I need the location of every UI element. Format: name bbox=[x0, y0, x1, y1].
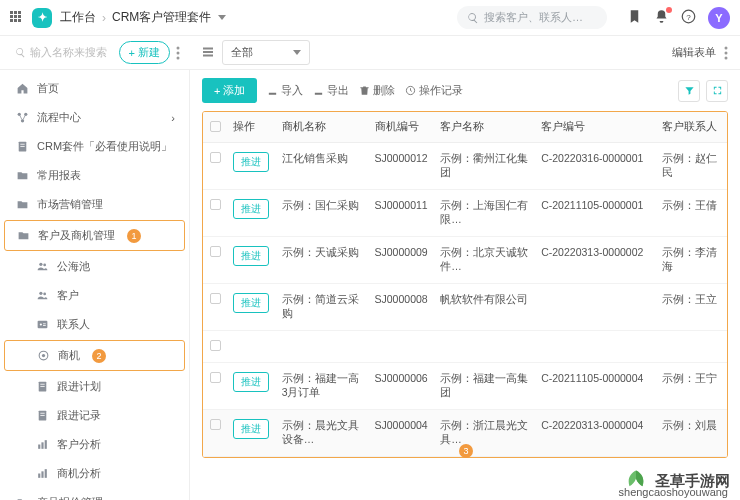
chevron-right-icon: › bbox=[171, 112, 175, 124]
svg-rect-36 bbox=[38, 474, 40, 478]
add-button[interactable]: +添加 bbox=[202, 78, 257, 103]
row-checkbox[interactable] bbox=[210, 246, 221, 257]
sidebar-item-label: 跟进记录 bbox=[57, 408, 101, 423]
cell-customer-code: C-20211105-0000001 bbox=[535, 190, 656, 237]
data-table-wrapper: 操作商机名称商机编号客户名称客户编号客户联系人 推进江化销售采购SJ000001… bbox=[202, 111, 728, 458]
sidebar-item-optyana[interactable]: 商机分析 bbox=[0, 459, 189, 488]
row-checkbox[interactable] bbox=[210, 293, 221, 304]
data-table: 操作商机名称商机编号客户名称客户编号客户联系人 推进江化销售采购SJ000001… bbox=[203, 112, 727, 457]
row-checkbox[interactable] bbox=[210, 199, 221, 210]
select-all-checkbox[interactable] bbox=[210, 121, 221, 132]
table-row[interactable]: 推进示例：简道云采购SJ0000008帆软软件有限公司示例：王立 bbox=[203, 284, 727, 331]
sidebar-item-label: 常用报表 bbox=[37, 168, 81, 183]
sidebar-item-log[interactable]: 跟进记录 bbox=[0, 401, 189, 430]
sidebar-item-pool[interactable]: 公海池 bbox=[0, 252, 189, 281]
sidebar-item-custana[interactable]: 客户分析 bbox=[0, 430, 189, 459]
sidebar-item-customer[interactable]: 客户及商机管理1 bbox=[4, 220, 185, 251]
table-row[interactable]: 推进江化销售采购SJ0000012示例：衢州江化集团C-20220316-000… bbox=[203, 143, 727, 190]
advance-button[interactable]: 推进 bbox=[233, 152, 269, 172]
svg-point-11 bbox=[18, 113, 21, 116]
cell-contact: 示例：赵仁民 bbox=[656, 143, 727, 190]
svg-rect-5 bbox=[203, 47, 213, 49]
svg-rect-35 bbox=[45, 440, 47, 449]
row-checkbox[interactable] bbox=[210, 340, 221, 351]
export-button[interactable]: 导出 bbox=[313, 83, 349, 98]
cell-customer: 示例：福建一高集团 bbox=[434, 363, 535, 410]
svg-point-26 bbox=[42, 354, 45, 357]
sidebar-item-reports[interactable]: 常用报表 bbox=[0, 161, 189, 190]
row-checkbox[interactable] bbox=[210, 372, 221, 383]
svg-rect-33 bbox=[38, 445, 40, 449]
sidebar-item-plan[interactable]: 跟进计划 bbox=[0, 372, 189, 401]
more-icon[interactable] bbox=[176, 46, 180, 60]
sidebar-item-crm[interactable]: CRM套件「必看使用说明」 bbox=[0, 132, 189, 161]
expand-button[interactable] bbox=[706, 80, 728, 102]
sidebar-item-home[interactable]: 首页 bbox=[0, 74, 189, 103]
column-header: 操作 bbox=[227, 112, 275, 143]
plus-icon: + bbox=[214, 85, 220, 97]
cell-contact: 示例：刘晨 bbox=[656, 410, 727, 457]
advance-button[interactable]: 推进 bbox=[233, 246, 269, 266]
cell-contact: 示例：李清海 bbox=[656, 237, 727, 284]
advance-button[interactable]: 推进 bbox=[233, 372, 269, 392]
cell-customer: 示例：衢州江化集团 bbox=[434, 143, 535, 190]
delete-button[interactable]: 删除 bbox=[359, 83, 395, 98]
row-checkbox[interactable] bbox=[210, 152, 221, 163]
svg-point-2 bbox=[177, 46, 180, 49]
flow-icon bbox=[16, 111, 29, 124]
history-button[interactable]: 操作记录 bbox=[405, 83, 463, 98]
global-search[interactable]: 搜索客户、联系人… bbox=[457, 6, 607, 29]
advance-button[interactable]: 推进 bbox=[233, 419, 269, 439]
cell-customer: 示例：上海国仁有限… bbox=[434, 190, 535, 237]
sidebar-item-label: 客户分析 bbox=[57, 437, 101, 452]
table-row-spacer bbox=[203, 331, 727, 363]
sidebar-item-label: 商机分析 bbox=[57, 466, 101, 481]
sidebar-item-contact[interactable]: 联系人 bbox=[0, 310, 189, 339]
sidebar-item-label: 客户及商机管理 bbox=[38, 228, 115, 243]
import-button[interactable]: 导入 bbox=[267, 83, 303, 98]
more-icon[interactable] bbox=[724, 46, 728, 60]
filter-button[interactable] bbox=[678, 80, 700, 102]
new-button[interactable]: +新建 bbox=[119, 41, 170, 64]
sidebar-item-label: 流程中心 bbox=[37, 110, 81, 125]
bell-icon[interactable] bbox=[654, 9, 669, 26]
table-row[interactable]: 推进示例：国仁采购SJ0000011示例：上海国仁有限…C-20211105-0… bbox=[203, 190, 727, 237]
sidebar-item-quote[interactable]: 产品报价管理 bbox=[0, 488, 189, 500]
cell-customer-code: C-20220313-0000002 bbox=[535, 237, 656, 284]
cell-customer: 帆软软件有限公司 bbox=[434, 284, 535, 331]
folder-icon bbox=[16, 198, 29, 211]
avatar[interactable]: Y bbox=[708, 7, 730, 29]
row-checkbox[interactable] bbox=[210, 419, 221, 430]
svg-point-18 bbox=[43, 264, 46, 267]
apps-launcher-icon[interactable] bbox=[10, 11, 24, 25]
folder-icon bbox=[16, 169, 29, 182]
breadcrumb-app[interactable]: CRM客户管理套件 bbox=[112, 9, 211, 26]
search-icon bbox=[15, 47, 26, 58]
sidebar-item-marketing[interactable]: 市场营销管理 bbox=[0, 190, 189, 219]
secondary-bar: 输入名称来搜索 +新建 全部 编辑表单 bbox=[0, 36, 740, 70]
cell-customer: 示例：北京天诚软件… bbox=[434, 237, 535, 284]
svg-rect-32 bbox=[40, 415, 44, 416]
bookmark-icon[interactable] bbox=[627, 9, 642, 26]
sidebar-item-cust2[interactable]: 客户 bbox=[0, 281, 189, 310]
view-filter-dropdown[interactable]: 全部 bbox=[222, 40, 310, 65]
sidebar-search[interactable]: 输入名称来搜索 bbox=[10, 41, 113, 64]
advance-button[interactable]: 推进 bbox=[233, 293, 269, 313]
plus-icon: + bbox=[129, 47, 135, 59]
list-view-icon[interactable] bbox=[202, 46, 214, 60]
sidebar-item-label: 市场营销管理 bbox=[37, 197, 103, 212]
advance-button[interactable]: 推进 bbox=[233, 199, 269, 219]
breadcrumb-workspace[interactable]: 工作台 bbox=[60, 9, 96, 26]
edit-form-link[interactable]: 编辑表单 bbox=[672, 45, 716, 60]
column-header: 客户名称 bbox=[434, 112, 535, 143]
svg-rect-7 bbox=[203, 54, 213, 56]
table-row[interactable]: 推进示例：福建一高3月订单SJ0000006示例：福建一高集团C-2021110… bbox=[203, 363, 727, 410]
chevron-down-icon[interactable] bbox=[218, 15, 226, 20]
table-row[interactable]: 推进示例：天诚采购SJ0000009示例：北京天诚软件…C-20220313-0… bbox=[203, 237, 727, 284]
sidebar-item-opty[interactable]: 商机2 bbox=[4, 340, 185, 371]
help-icon[interactable]: ? bbox=[681, 9, 696, 26]
callout-badge: 2 bbox=[92, 349, 106, 363]
sidebar-item-flow[interactable]: 流程中心› bbox=[0, 103, 189, 132]
svg-rect-15 bbox=[20, 144, 24, 145]
svg-text:?: ? bbox=[686, 13, 691, 22]
